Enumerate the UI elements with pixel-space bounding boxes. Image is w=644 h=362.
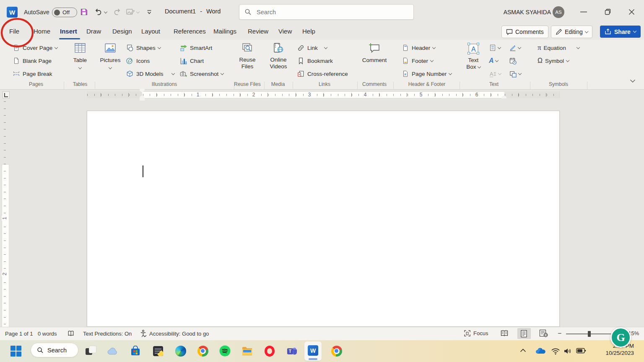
zoom-slider-handle[interactable] xyxy=(588,331,591,337)
drop-cap-button[interactable]: A xyxy=(489,68,501,79)
wordart-button[interactable]: A xyxy=(489,55,498,66)
battery-icon[interactable] xyxy=(576,348,586,354)
web-layout-button[interactable] xyxy=(539,329,548,337)
tab-review[interactable]: Review xyxy=(248,28,268,35)
search-input[interactable] xyxy=(256,8,396,16)
smartart-button[interactable]: SmartArt xyxy=(179,42,212,53)
symbol-button[interactable]: Ω Symbol xyxy=(538,55,569,66)
account-avatar[interactable]: AS xyxy=(553,6,564,18)
chrome-profile-button[interactable] xyxy=(331,345,342,357)
comment-label: Comment xyxy=(362,57,387,64)
accessibility-person-icon[interactable] xyxy=(139,329,147,338)
pen-tool-button[interactable] xyxy=(126,8,139,16)
tab-view[interactable]: View xyxy=(278,28,292,35)
tab-help[interactable]: Help xyxy=(302,28,315,35)
chart-button[interactable]: Chart xyxy=(179,55,204,66)
restore-window-button[interactable] xyxy=(604,8,611,16)
tab-draw[interactable]: Draw xyxy=(86,28,101,35)
tab-home[interactable]: Home xyxy=(34,28,50,35)
icons-leaf-icon xyxy=(126,57,134,65)
taskbar-search-button[interactable]: Search xyxy=(31,343,78,357)
online-videos-button[interactable]: Online Videos xyxy=(266,42,291,70)
quick-parts-button[interactable] xyxy=(489,42,501,53)
date-time-button[interactable] xyxy=(509,55,517,66)
zoom-out-button[interactable]: − xyxy=(558,330,561,337)
teams-button[interactable]: T xyxy=(286,345,298,357)
links-group-label: Links xyxy=(293,81,356,87)
icons-button[interactable]: Icons xyxy=(126,55,150,66)
focus-mode-button[interactable]: Focus xyxy=(464,330,488,337)
account-name[interactable]: ASMAK SYAHIDA xyxy=(504,9,551,16)
quick-parts-icon xyxy=(489,44,496,52)
page-break-button[interactable]: Page Break xyxy=(13,68,52,79)
collapse-ribbon-chevron-icon[interactable] xyxy=(630,79,636,83)
3d-models-button[interactable]: 3D Models xyxy=(126,68,174,79)
footer-button[interactable]: Footer xyxy=(402,55,433,66)
search-box[interactable] xyxy=(239,4,414,20)
page-break-label: Page Break xyxy=(23,71,52,77)
blank-page-button[interactable]: Blank Page xyxy=(13,55,52,66)
spotify-button[interactable] xyxy=(219,345,231,357)
equation-button[interactable]: π Equation xyxy=(538,42,579,53)
tab-insert[interactable]: Insert xyxy=(60,28,77,35)
start-button[interactable] xyxy=(10,346,21,357)
page-indicator[interactable]: Page 1 of 1 xyxy=(5,331,33,337)
tab-stop-selector[interactable] xyxy=(3,91,10,98)
onedrive-icon[interactable] xyxy=(535,347,546,354)
close-button[interactable] xyxy=(628,9,635,15)
edge-browser-button[interactable] xyxy=(175,345,186,357)
editing-mode-button[interactable]: Editing xyxy=(551,26,592,38)
link-button[interactable]: Link xyxy=(297,42,327,53)
wifi-icon[interactable] xyxy=(551,348,560,355)
reuse-files-button[interactable]: Reuse Files xyxy=(235,42,260,70)
text-predictions-status[interactable]: Text Predictions: On xyxy=(83,331,132,337)
status-bar: Page 1 of 1 0 words Text Predictions: On… xyxy=(0,327,644,341)
shapes-button[interactable]: Shapes xyxy=(126,42,161,53)
comment-button[interactable]: Comment xyxy=(361,42,387,64)
table-button[interactable]: Table xyxy=(68,42,92,69)
undo-button[interactable] xyxy=(94,8,107,17)
tab-mailings[interactable]: Mailings xyxy=(213,28,236,35)
text-box-button[interactable]: A Text Box xyxy=(462,42,485,70)
customize-quick-access-toolbar-icon[interactable] xyxy=(146,8,153,15)
illustrations-group-label: Illustrations xyxy=(96,81,232,87)
page-number-button[interactable]: # Page Number xyxy=(402,68,452,79)
screenshot-button[interactable]: Screenshot xyxy=(179,68,223,79)
opera-browser-button[interactable] xyxy=(264,345,275,357)
file-explorer-button[interactable] xyxy=(242,345,253,357)
grammarly-badge[interactable]: G xyxy=(610,327,631,348)
bookmark-button[interactable]: Bookmark xyxy=(297,55,333,66)
accessibility-status[interactable]: Accessibility: Good to go xyxy=(149,331,209,337)
comments-button[interactable]: Comments xyxy=(501,26,548,38)
save-icon[interactable] xyxy=(80,8,88,16)
weather-cloud-button[interactable] xyxy=(107,345,118,357)
task-view-button[interactable] xyxy=(85,345,96,357)
table-label: Table xyxy=(73,57,87,64)
autosave-state: Off xyxy=(62,9,70,16)
signature-line-button[interactable] xyxy=(509,42,521,53)
chrome-browser-button[interactable] xyxy=(197,345,208,357)
autosave-label: AutoSave xyxy=(24,9,49,16)
word-count[interactable]: 0 words xyxy=(38,331,57,337)
microsoft-store-button[interactable] xyxy=(130,345,141,357)
header-button[interactable]: Header xyxy=(402,42,435,53)
tab-references[interactable]: References xyxy=(174,28,206,35)
tab-layout[interactable]: Layout xyxy=(141,28,160,35)
pictures-button[interactable]: Pictures xyxy=(98,42,122,69)
print-layout-button-active[interactable] xyxy=(517,328,531,339)
volume-icon[interactable] xyxy=(564,347,572,355)
tab-file[interactable]: File xyxy=(9,28,19,35)
read-mode-button[interactable] xyxy=(500,329,509,337)
redo-button[interactable] xyxy=(112,8,122,17)
proofing-book-icon[interactable] xyxy=(67,330,75,337)
autosave-toggle[interactable]: Off xyxy=(52,8,77,17)
share-button[interactable]: Share xyxy=(600,26,641,38)
document-page[interactable] xyxy=(87,111,560,327)
minimize-button[interactable] xyxy=(580,11,587,13)
object-button[interactable] xyxy=(509,68,521,79)
notepad-button[interactable] xyxy=(152,345,164,357)
tab-design[interactable]: Design xyxy=(112,28,132,35)
cross-reference-button[interactable]: Cross-reference xyxy=(297,68,348,79)
cover-page-button[interactable]: Cover Page xyxy=(13,42,57,53)
tray-expand-chevron-icon[interactable] xyxy=(520,349,526,352)
